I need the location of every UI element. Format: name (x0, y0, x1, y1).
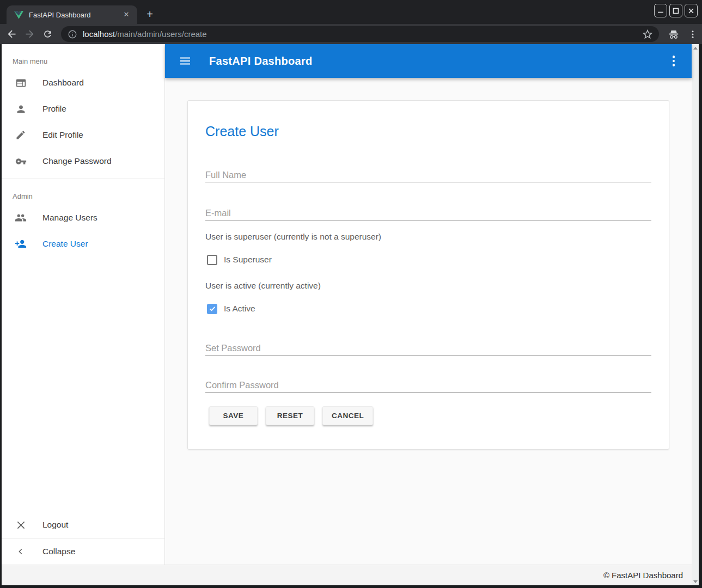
vue-favicon-icon (14, 11, 23, 19)
chevron-left-icon (14, 545, 27, 558)
hamburger-menu-icon[interactable] (179, 54, 192, 68)
page-scrollbar[interactable] (692, 44, 699, 585)
scroll-up-icon[interactable] (692, 44, 699, 52)
sidebar-section-admin: Admin (2, 179, 164, 205)
minimize-button[interactable] (654, 4, 667, 17)
is-superuser-row: Is Superuser (207, 254, 651, 265)
site-info-icon[interactable] (68, 29, 77, 39)
is-active-label: Is Active (224, 304, 255, 314)
forward-icon[interactable] (23, 28, 36, 41)
sidebar-item-change-password[interactable]: Change Password (2, 148, 164, 174)
set-password-input[interactable] (205, 341, 651, 356)
url-host: localhost (83, 29, 115, 39)
create-user-card: Create User User is superuser (currently… (187, 100, 669, 450)
close-button[interactable] (685, 4, 698, 17)
scroll-down-icon[interactable] (692, 578, 699, 585)
sidebar-item-logout[interactable]: Logout (2, 512, 164, 538)
sidebar-item-label: Profile (42, 104, 66, 114)
page-body: Create User User is superuser (currently… (165, 78, 692, 565)
sidebar-item-label: Create User (42, 239, 88, 249)
sidebar-section-main-menu: Main menu (2, 44, 164, 70)
back-icon[interactable] (5, 28, 18, 41)
toolbar-right (667, 26, 698, 42)
sidebar-item-collapse[interactable]: Collapse (2, 538, 164, 565)
superuser-note: User is superuser (currently is not a su… (205, 232, 651, 242)
full-name-input[interactable] (205, 168, 651, 182)
tab-close-icon[interactable]: ✕ (121, 9, 132, 20)
appbar-title: FastAPI Dashboard (209, 55, 313, 68)
check-icon (209, 305, 216, 313)
browser-tab[interactable]: FastAPI Dashboard ✕ (7, 5, 137, 24)
browser-toolbar: localhost/main/admin/users/create (0, 24, 702, 44)
sidebar-item-label: Change Password (42, 156, 112, 166)
browser-menu-icon[interactable] (688, 29, 698, 39)
form-actions: SAVE RESET CANCEL (209, 406, 651, 425)
sidebar-item-create-user[interactable]: Create User (2, 231, 164, 257)
window-controls (654, 4, 698, 17)
url-text: localhost/main/admin/users/create (83, 29, 642, 39)
page-content: Main menu Dashboard Profile Edit Profile (2, 44, 699, 585)
cancel-button[interactable]: CANCEL (322, 406, 373, 425)
appbar-menu-icon[interactable] (671, 54, 676, 68)
sidebar-item-edit-profile[interactable]: Edit Profile (2, 122, 164, 148)
tab-strip: FastAPI Dashboard ✕ + (0, 0, 702, 24)
pencil-icon (14, 128, 27, 142)
address-bar[interactable]: localhost/main/admin/users/create (61, 26, 659, 42)
sidebar-item-label: Dashboard (42, 78, 84, 88)
page-title: Create User (205, 124, 651, 139)
browser-window: FastAPI Dashboard ✕ + (0, 0, 702, 588)
active-note: User is active (currently active) (205, 281, 651, 291)
sidebar-item-label: Collapse (42, 547, 75, 556)
bookmark-star-icon[interactable] (642, 28, 654, 40)
appbar: FastAPI Dashboard (165, 44, 692, 78)
key-icon (14, 155, 27, 168)
tab-title: FastAPI Dashboard (29, 11, 121, 19)
email-input[interactable] (205, 206, 651, 220)
main-panel: FastAPI Dashboard Create User User is su… (165, 44, 692, 565)
is-active-row: Is Active (207, 303, 651, 314)
is-superuser-checkbox[interactable] (207, 255, 217, 265)
is-superuser-label: Is Superuser (224, 255, 272, 265)
sidebar-item-label: Manage Users (42, 213, 97, 223)
new-tab-button[interactable]: + (143, 8, 157, 22)
url-path: /main/admin/users/create (115, 29, 206, 39)
sidebar-bottom: Logout Collapse (2, 512, 164, 565)
people-icon (14, 211, 27, 224)
sidebar-item-label: Edit Profile (42, 130, 83, 140)
sidebar-item-label: Logout (42, 520, 68, 530)
app-footer: © FastAPI Dashboard (2, 565, 692, 585)
sidebar: Main menu Dashboard Profile Edit Profile (2, 44, 165, 565)
person-add-icon (14, 237, 27, 250)
is-active-checkbox[interactable] (207, 304, 217, 314)
sidebar-item-manage-users[interactable]: Manage Users (2, 205, 164, 231)
sidebar-item-dashboard[interactable]: Dashboard (2, 70, 164, 96)
footer-text: © FastAPI Dashboard (603, 571, 683, 580)
incognito-icon (667, 28, 680, 41)
maximize-button[interactable] (669, 4, 682, 17)
save-button[interactable]: SAVE (209, 406, 258, 425)
web-icon (14, 76, 27, 89)
sidebar-item-profile[interactable]: Profile (2, 96, 164, 122)
confirm-password-input[interactable] (205, 378, 651, 393)
person-icon (14, 102, 27, 115)
close-icon (14, 518, 27, 531)
reload-icon[interactable] (41, 28, 54, 41)
reset-button[interactable]: RESET (266, 406, 314, 425)
